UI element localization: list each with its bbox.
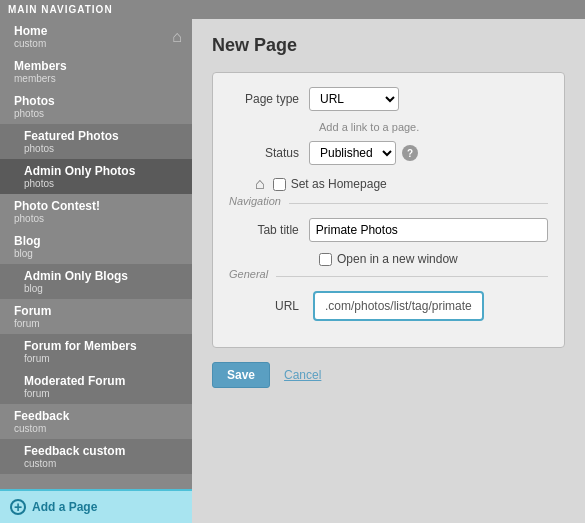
new-window-row: Open in a new window [229, 252, 548, 266]
url-label: URL [229, 299, 309, 313]
sidebar-item-admin-only-photos[interactable]: Admin Only Photos photos [0, 159, 192, 194]
sidebar-item-name: Admin Only Blogs [24, 269, 182, 283]
new-window-label-text: Open in a new window [337, 252, 458, 266]
page-type-select[interactable]: URL Custom Photos Blog Forum [309, 87, 399, 111]
info-icon[interactable]: ? [402, 145, 418, 161]
sidebar-item-admin-only-blogs[interactable]: Admin Only Blogs blog [0, 264, 192, 299]
sidebar-item-name: Featured Photos [24, 129, 182, 143]
sidebar-item-name: Members [14, 59, 182, 73]
url-value: .com/photos/list/tag/primate [325, 299, 472, 313]
action-buttons: Save Cancel [212, 362, 565, 388]
sidebar-item-sub: custom [24, 458, 182, 469]
sidebar-item-name: Moderated Forum [24, 374, 182, 388]
url-box: .com/photos/list/tag/primate [313, 291, 484, 321]
content-area: New Page Page type URL Custom Photos Blo… [192, 19, 585, 523]
sidebar-item-name: Home [14, 24, 47, 38]
tab-title-label: Tab title [229, 223, 309, 237]
sidebar-item-sub: blog [24, 283, 182, 294]
sidebar-item-sub: blog [14, 248, 182, 259]
homepage-checkbox[interactable] [273, 178, 286, 191]
sidebar-item-photo-contest[interactable]: Photo Contest! photos [0, 194, 192, 229]
sidebar-item-feedback-custom[interactable]: Feedback custom custom [0, 439, 192, 474]
sidebar-item-sub: photos [14, 213, 182, 224]
sidebar-item-forum[interactable]: Forum forum [0, 299, 192, 334]
tab-title-input[interactable] [309, 218, 548, 242]
status-label: Status [229, 146, 309, 160]
sidebar-item-sub: custom [14, 423, 182, 434]
status-select[interactable]: Published Draft Hidden [309, 141, 396, 165]
cancel-button[interactable]: Cancel [280, 362, 325, 388]
homepage-label[interactable]: Set as Homepage [273, 177, 387, 191]
sidebar-item-name: Blog [14, 234, 182, 248]
tab-title-row: Tab title [229, 218, 548, 242]
general-section-label: General [229, 268, 276, 280]
form-card: Page type URL Custom Photos Blog Forum A… [212, 72, 565, 348]
add-page-bar[interactable]: + Add a Page [0, 489, 192, 523]
homepage-row: ⌂ Set as Homepage [229, 175, 548, 193]
sidebar-item-name: Forum [14, 304, 182, 318]
new-window-checkbox[interactable] [319, 253, 332, 266]
sidebar-item-sub: forum [24, 353, 182, 364]
sidebar: Home custom ⌂ Members members Photos pho… [0, 19, 192, 523]
add-page-label: Add a Page [32, 500, 97, 514]
top-bar-label: Main Navigation [8, 4, 113, 15]
url-row: URL .com/photos/list/tag/primate [229, 291, 548, 321]
sidebar-items-list: Home custom ⌂ Members members Photos pho… [0, 19, 192, 474]
sidebar-item-forum-for-members[interactable]: Forum for Members forum [0, 334, 192, 369]
general-divider: General [229, 276, 548, 277]
sidebar-item-featured-photos[interactable]: Featured Photos photos [0, 124, 192, 159]
page-type-hint: Add a link to a page. [319, 121, 548, 133]
status-row: Status Published Draft Hidden ? [229, 141, 548, 165]
sidebar-item-sub: members [14, 73, 182, 84]
sidebar-item-sub: custom [14, 38, 47, 49]
sidebar-item-photos[interactable]: Photos photos [0, 89, 192, 124]
sidebar-item-sub: forum [24, 388, 182, 399]
sidebar-item-sub: photos [14, 108, 182, 119]
sidebar-item-sub: forum [14, 318, 182, 329]
navigation-section-label: Navigation [229, 195, 289, 207]
homepage-label-text: Set as Homepage [291, 177, 387, 191]
add-page-icon: + [10, 499, 26, 515]
sidebar-item-feedback[interactable]: Feedback custom [0, 404, 192, 439]
sidebar-item-sub: photos [24, 143, 182, 154]
save-button[interactable]: Save [212, 362, 270, 388]
top-bar: Main Navigation [0, 0, 585, 19]
sidebar-item-home[interactable]: Home custom ⌂ [0, 19, 192, 54]
sidebar-item-name: Feedback custom [24, 444, 182, 458]
sidebar-item-name: Admin Only Photos [24, 164, 182, 178]
page-title: New Page [212, 35, 565, 56]
page-type-row: Page type URL Custom Photos Blog Forum [229, 87, 548, 111]
sidebar-item-name: Feedback [14, 409, 182, 423]
sidebar-item-name: Photo Contest! [14, 199, 182, 213]
sidebar-item-sub: photos [24, 178, 182, 189]
page-type-label: Page type [229, 92, 309, 106]
navigation-divider: Navigation [229, 203, 548, 204]
home-icon: ⌂ [172, 28, 182, 46]
sidebar-item-name: Photos [14, 94, 182, 108]
sidebar-item-blog[interactable]: Blog blog [0, 229, 192, 264]
sidebar-item-name: Forum for Members [24, 339, 182, 353]
home-small-icon: ⌂ [255, 175, 265, 193]
sidebar-item-moderated-forum[interactable]: Moderated Forum forum [0, 369, 192, 404]
new-window-label[interactable]: Open in a new window [319, 252, 458, 266]
sidebar-item-members[interactable]: Members members [0, 54, 192, 89]
